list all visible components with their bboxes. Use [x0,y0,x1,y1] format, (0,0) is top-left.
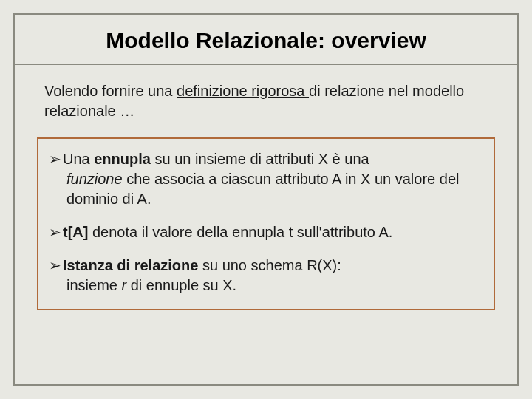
bullet-arrow-icon: ➢ [49,149,61,169]
bullet-item-1: ➢Una ennupla su un insieme di attributi … [49,149,483,209]
slide-title: Modello Relazionale: overview [15,15,517,64]
intro-paragraph: Volendo fornire una definizione rigorosa… [15,65,517,121]
intro-text-underlined: definizione rigorosa [177,83,309,99]
bullet-arrow-icon: ➢ [49,256,61,276]
bullet-1-e: che associa a ciascun attributo A in X u… [66,171,459,207]
bullet-item-3: ➢Istanza di relazione su uno schema R(X)… [49,256,483,296]
bullet-2-a: t[A] [63,224,88,240]
bullet-3-b2: insieme [66,277,121,293]
bullet-arrow-icon: ➢ [49,222,61,242]
bullet-2-body: t[A] denota il valore della ennupla t su… [63,224,392,240]
bullet-3-body: Istanza di relazione su uno schema R(X):… [49,257,483,296]
bullet-item-2: ➢t[A] denota il valore della ennupla t s… [49,222,483,242]
slide-frame: Modello Relazionale: overview Volendo fo… [13,13,519,386]
bullet-3-d: di ennuple su X. [131,277,236,293]
definition-box: ➢Una ennupla su un insieme di attributi … [37,137,495,310]
bullet-3-b: su uno schema R(X): [198,257,341,273]
intro-text-before: Volendo fornire una [44,83,177,99]
bullet-3-a: Istanza di relazione [63,257,198,273]
bullet-1-a: Una [63,151,94,167]
bullet-2-b: denota il valore della ennupla t sull'at… [88,224,392,240]
bullet-1-d: funzione [66,171,123,187]
bullet-1-body: Una ennupla su un insieme di attributi X… [49,151,483,209]
bullet-1-c: su un insieme di attributi X è una [151,151,369,167]
bullet-1-b: ennupla [94,151,151,167]
bullet-3-c: r [121,277,130,293]
